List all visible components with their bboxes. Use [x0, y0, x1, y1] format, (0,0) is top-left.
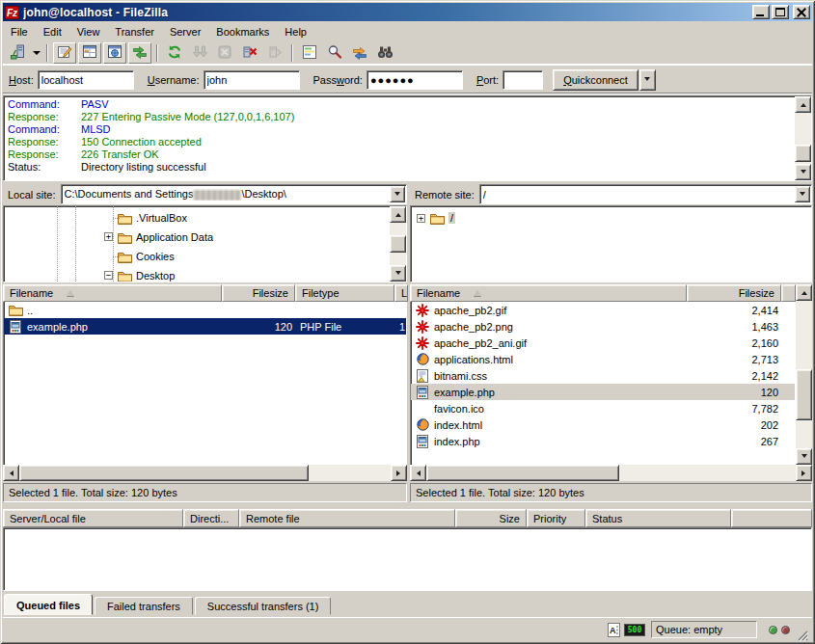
local-site-combo[interactable]: C:\Documents and Settings\Desktop\: [61, 184, 407, 204]
data-type-ascii-icon[interactable]: A: [608, 623, 620, 637]
toggle-local-tree-button[interactable]: [78, 42, 101, 64]
menu-view[interactable]: View: [69, 24, 108, 40]
scroll-down-button[interactable]: [390, 265, 406, 282]
remote-directory-tree[interactable]: /: [410, 205, 812, 282]
column-header-direction[interactable]: Directi...: [183, 509, 239, 527]
log-scrollbar[interactable]: [795, 96, 811, 180]
file-row[interactable]: applications.html 2,713: [411, 351, 795, 367]
file-row-example-php[interactable]: example.php 120 PHP File 1: [4, 318, 406, 335]
scroll-up-button[interactable]: [390, 206, 406, 223]
menu-server[interactable]: Server: [162, 24, 208, 40]
toggle-queue-button[interactable]: [128, 42, 151, 64]
directory-comparison-button[interactable]: [298, 42, 321, 64]
synchronized-browsing-button[interactable]: [348, 42, 371, 64]
filter-button[interactable]: [373, 42, 396, 64]
remote-list-scrollbar[interactable]: [796, 284, 812, 465]
column-header-filesize[interactable]: Filesize: [687, 284, 781, 302]
expand-icon[interactable]: [104, 232, 113, 241]
remote-site-combo[interactable]: /: [479, 184, 812, 204]
quickconnect-dropdown-arrow[interactable]: [639, 69, 656, 91]
tree-item-desktop[interactable]: Desktop: [117, 266, 175, 282]
password-input[interactable]: [367, 70, 463, 90]
file-row[interactable]: index.html 202: [411, 416, 795, 433]
scroll-right-button[interactable]: [391, 465, 407, 481]
close-button[interactable]: [793, 5, 810, 19]
column-header-server-local-file[interactable]: Server/Local file: [3, 509, 183, 527]
disconnect-button[interactable]: [238, 42, 261, 64]
file-row[interactable]: apache_pb2_ani.gif 2,160: [411, 335, 795, 351]
site-manager-dropdown-arrow[interactable]: [30, 42, 42, 64]
menu-file[interactable]: File: [3, 24, 36, 40]
message-log[interactable]: Command:PASV Response:227 Entering Passi…: [3, 95, 812, 181]
reconnect-button[interactable]: [263, 42, 286, 64]
column-header-filesize[interactable]: Filesize: [222, 284, 295, 302]
scrollbar-thumb[interactable]: [426, 465, 619, 481]
scroll-down-button[interactable]: [795, 164, 811, 180]
local-list-hscrollbar[interactable]: [3, 465, 407, 481]
menu-transfer[interactable]: Transfer: [107, 24, 162, 40]
remote-site-dropdown[interactable]: [795, 186, 810, 202]
column-header-filename[interactable]: Filename: [410, 284, 687, 302]
collapse-icon[interactable]: [104, 271, 113, 280]
port-input[interactable]: [503, 70, 543, 90]
tree-item-root[interactable]: /: [417, 208, 455, 228]
column-header-remote-file[interactable]: Remote file: [239, 509, 455, 527]
menu-edit[interactable]: Edit: [36, 24, 69, 40]
minimize-button[interactable]: [752, 5, 770, 19]
tab-successful-transfers[interactable]: Successful transfers (1): [195, 597, 332, 615]
file-row[interactable]: bitnami.css 2,142: [411, 367, 795, 384]
maximize-icon: [775, 8, 785, 16]
local-directory-tree[interactable]: .VirtualBox Application Data Cookies Des…: [3, 205, 407, 282]
maximize-button[interactable]: [772, 5, 789, 19]
local-site-dropdown[interactable]: [390, 186, 405, 202]
tab-failed-transfers[interactable]: Failed transfers: [95, 597, 193, 615]
scroll-left-button[interactable]: [3, 465, 19, 481]
menu-bookmarks[interactable]: Bookmarks: [208, 24, 277, 40]
site-manager-button[interactable]: [6, 42, 29, 64]
scroll-right-button[interactable]: [796, 465, 812, 481]
find-files-button[interactable]: [323, 42, 346, 64]
file-row[interactable]: apache_pb2.gif 2,414: [411, 302, 795, 318]
column-header-priority[interactable]: Priority: [527, 509, 585, 527]
scroll-up-button[interactable]: [795, 96, 811, 113]
column-header-filetype[interactable]: Filetype: [295, 284, 394, 302]
tree-item-cookies[interactable]: Cookies: [117, 247, 175, 266]
username-input[interactable]: [204, 70, 300, 90]
scroll-left-button[interactable]: [410, 465, 426, 481]
scroll-down-button[interactable]: [796, 448, 812, 465]
tree-item-virtualbox[interactable]: .VirtualBox: [117, 208, 187, 228]
host-input[interactable]: [38, 70, 134, 90]
file-row[interactable]: apache_pb2.png 1,463: [411, 318, 795, 335]
column-header-lastmodified[interactable]: L: [394, 284, 408, 302]
remote-list-hscrollbar[interactable]: [410, 465, 812, 481]
quickconnect-button[interactable]: Quickconnect: [553, 69, 638, 91]
file-row-example-php[interactable]: example.php 120: [411, 384, 795, 400]
local-tree-scrollbar[interactable]: [390, 206, 406, 282]
process-queue-button[interactable]: [188, 42, 211, 64]
toggle-log-button[interactable]: [53, 42, 76, 64]
queue-list[interactable]: [3, 527, 812, 591]
scrollbar-thumb[interactable]: [796, 369, 812, 420]
refresh-button[interactable]: [163, 42, 186, 64]
tree-item-application-data[interactable]: Application Data: [117, 228, 213, 247]
scrollbar-thumb[interactable]: [19, 465, 309, 481]
column-header-status[interactable]: Status: [585, 509, 731, 527]
scroll-up-button[interactable]: [796, 284, 812, 301]
file-row[interactable]: favicon.ico 7,782: [411, 400, 795, 416]
remote-list-header: Filename Filesize: [410, 284, 796, 302]
tab-queued-files[interactable]: Queued files: [4, 594, 93, 615]
local-file-list[interactable]: .. example.php 120 PHP File 1: [3, 302, 407, 465]
scrollbar-thumb[interactable]: [390, 235, 406, 253]
speed-limit-indicator[interactable]: 500: [624, 624, 645, 636]
menu-help[interactable]: Help: [277, 24, 314, 40]
file-row-parent-dir[interactable]: ..: [4, 302, 406, 318]
file-row[interactable]: index.php 267: [411, 433, 795, 449]
scrollbar-thumb[interactable]: [795, 145, 811, 162]
remote-file-list[interactable]: apache_pb2.gif 2,414 apache_pb2.png 1,46…: [410, 302, 796, 465]
column-header-filename[interactable]: Filename: [3, 284, 222, 302]
toggle-remote-tree-button[interactable]: [103, 42, 126, 64]
column-header-size[interactable]: Size: [455, 509, 527, 527]
resize-grip[interactable]: [796, 629, 808, 641]
cancel-button[interactable]: [213, 42, 236, 64]
expand-icon[interactable]: [417, 214, 425, 223]
